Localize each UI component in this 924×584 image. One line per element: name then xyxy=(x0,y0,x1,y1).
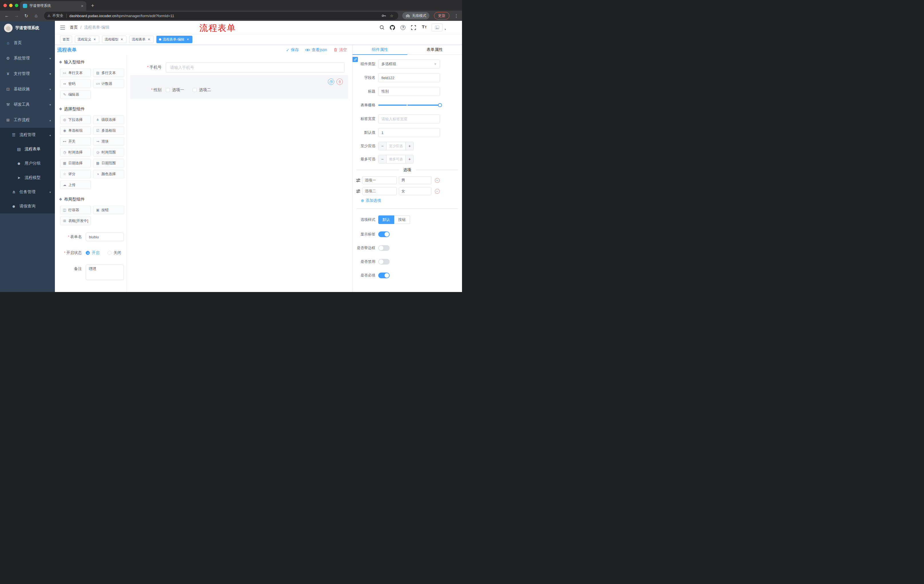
palette-item-table[interactable]: ⊞表格[开发中] xyxy=(60,217,91,225)
plus-button[interactable]: + xyxy=(405,142,413,150)
sidebar-item-process-form[interactable]: ▤流程表单 xyxy=(0,142,55,156)
sidebar-item-workflow[interactable]: ⊞工作流程▴ xyxy=(0,112,55,128)
remove-option-icon[interactable]: − xyxy=(435,189,440,194)
tag-process-model[interactable]: 流程模型× xyxy=(102,36,126,43)
browser-tab[interactable]: 芋道管理系统 × xyxy=(20,1,86,11)
address-bar[interactable]: ⚠ 不安全 dashboard.yudao.iocoder.cn/bpm/man… xyxy=(44,12,398,20)
link-badge-icon[interactable] xyxy=(353,57,358,62)
palette-item-row-container[interactable]: ◫行容器 xyxy=(60,206,91,214)
tag-process-form[interactable]: 流程表单× xyxy=(129,36,153,43)
tab-form-props[interactable]: 表单属性 xyxy=(408,45,462,54)
drag-handle-icon[interactable] xyxy=(356,189,361,193)
sidebar-item-system-manage[interactable]: ⚙系统管理▾ xyxy=(0,51,55,66)
label-width-input[interactable] xyxy=(378,114,440,123)
remove-option-icon[interactable]: − xyxy=(435,178,440,183)
copy-item-button[interactable] xyxy=(328,79,334,85)
phone-input[interactable] xyxy=(166,62,345,72)
add-option-button[interactable]: ⊕ 添加选项 xyxy=(361,198,462,203)
palette-item-select[interactable]: ◎下拉选择 xyxy=(60,115,91,124)
palette-item-switch[interactable]: ⊷开关 xyxy=(60,137,91,146)
palette-item-counter[interactable]: 123计数器 xyxy=(93,79,124,88)
sidebar-item-dev-tools[interactable]: ⚒研发工具▾ xyxy=(0,97,55,112)
max-select-placeholder[interactable]: 最多可选 xyxy=(386,155,405,163)
drag-handle-icon[interactable] xyxy=(356,178,361,183)
palette-item-date-picker[interactable]: ▦日期选择 xyxy=(60,159,91,168)
toggle-show-label[interactable] xyxy=(378,232,390,237)
plus-button[interactable]: + xyxy=(405,155,413,163)
tag-process-definition[interactable]: 流程定义× xyxy=(75,36,99,43)
palette-item-button[interactable]: ▣按钮 xyxy=(93,206,124,214)
toggle-required[interactable] xyxy=(378,273,390,278)
tag-close-icon[interactable]: × xyxy=(147,38,151,41)
tag-home[interactable]: 首页 xyxy=(60,36,72,43)
bookmark-star-icon[interactable]: ☆ xyxy=(389,13,395,19)
sidebar-item-payment-manage[interactable]: ¥支付管理▾ xyxy=(0,66,55,81)
breadcrumb-home[interactable]: 首页 xyxy=(70,25,78,30)
palette-item-date-range[interactable]: ▩日期范围 xyxy=(93,159,124,168)
option-value-input[interactable] xyxy=(399,187,431,195)
status-on-radio[interactable]: 开启 xyxy=(86,250,99,255)
github-icon[interactable] xyxy=(389,24,396,31)
option-style-button-button[interactable]: 按钮 xyxy=(394,216,410,224)
sidebar-item-task-manage[interactable]: ⋔任务管理▾ xyxy=(0,185,55,199)
browser-menu-icon[interactable]: ⋮ xyxy=(454,13,459,18)
form-remark-textarea[interactable]: 嘿嘿 xyxy=(86,265,124,280)
option-value-input[interactable] xyxy=(399,176,431,184)
sidebar-item-user-group[interactable]: ☻用户分组 xyxy=(0,156,55,171)
sidebar-item-leave-query[interactable]: ☻请假查询 xyxy=(0,199,55,214)
tag-close-icon[interactable]: × xyxy=(120,38,124,41)
option-style-default-button[interactable]: 默认 xyxy=(378,216,394,224)
sidebar-item-infrastructure[interactable]: ⊡基础设施▾ xyxy=(0,81,55,97)
update-button[interactable]: 更新 xyxy=(434,12,449,20)
palette-item-checkbox-group[interactable]: ☑多选框组 xyxy=(93,126,124,135)
forward-button[interactable]: → xyxy=(13,12,21,20)
minus-button[interactable]: − xyxy=(378,142,386,150)
palette-item-multi-line-text[interactable]: ▤多行文本 xyxy=(93,69,124,77)
palette-item-color-picker[interactable]: ◑颜色选择 xyxy=(93,170,124,178)
home-button[interactable]: ⌂ xyxy=(32,12,40,20)
help-icon[interactable]: ? xyxy=(400,24,406,31)
gender-option2-checkbox[interactable]: 选项二 xyxy=(193,87,211,92)
tag-close-icon[interactable]: × xyxy=(92,38,97,41)
grid-slider[interactable] xyxy=(378,100,440,110)
component-type-select[interactable]: 多选框组▼ xyxy=(378,59,440,69)
palette-item-cascader[interactable]: ⋔级联选择 xyxy=(93,115,124,124)
back-button[interactable]: ← xyxy=(3,12,11,20)
search-icon[interactable] xyxy=(379,24,385,31)
palette-item-upload[interactable]: ☁上传 xyxy=(60,181,91,189)
toggle-border[interactable] xyxy=(378,245,390,251)
option-label-input[interactable] xyxy=(362,187,397,195)
tag-process-form-edit[interactable]: 流程表单-编辑× xyxy=(157,36,192,43)
minus-button[interactable]: − xyxy=(378,155,386,163)
tab-close-icon[interactable]: × xyxy=(81,3,84,8)
min-select-placeholder[interactable]: 至少应选 xyxy=(386,142,405,150)
clear-button[interactable]: 清空 xyxy=(333,48,347,53)
gender-field-selected[interactable]: *性别 选项一 选项二 xyxy=(130,75,348,99)
password-key-icon[interactable] xyxy=(381,13,387,19)
fullscreen-icon[interactable] xyxy=(411,24,417,31)
palette-item-password[interactable]: ●●密码 xyxy=(60,79,91,88)
delete-item-button[interactable] xyxy=(337,79,343,85)
status-off-radio[interactable]: 关闭 xyxy=(107,250,121,255)
save-button[interactable]: ✓ 保存 xyxy=(286,48,299,53)
palette-item-radio-group[interactable]: ◉单选框组 xyxy=(60,126,91,135)
window-zoom-button[interactable] xyxy=(15,4,18,7)
sidebar-item-home[interactable]: ⌂首页 xyxy=(0,35,55,51)
window-close-button[interactable] xyxy=(3,4,7,7)
palette-item-rate[interactable]: ☆评分 xyxy=(60,170,91,178)
title-input[interactable] xyxy=(378,87,440,96)
tag-close-icon[interactable]: × xyxy=(186,38,190,41)
slider-handle[interactable] xyxy=(438,103,442,107)
palette-item-single-line-text[interactable]: ▭单行文本 xyxy=(60,69,91,77)
palette-item-time-picker[interactable]: ◷时间选择 xyxy=(60,148,91,156)
form-name-input[interactable] xyxy=(86,233,124,241)
toggle-disabled[interactable] xyxy=(378,259,390,265)
default-value-input[interactable] xyxy=(378,128,440,137)
window-minimize-button[interactable] xyxy=(9,4,13,7)
new-tab-button[interactable]: + xyxy=(89,2,97,10)
font-size-icon[interactable]: TT xyxy=(421,24,427,31)
avatar-caret-icon[interactable]: ▾ xyxy=(445,28,446,31)
phone-field[interactable]: *手机号 xyxy=(130,62,348,72)
reload-button[interactable]: ↻ xyxy=(22,12,30,20)
view-json-button[interactable]: 查看json xyxy=(305,48,327,53)
